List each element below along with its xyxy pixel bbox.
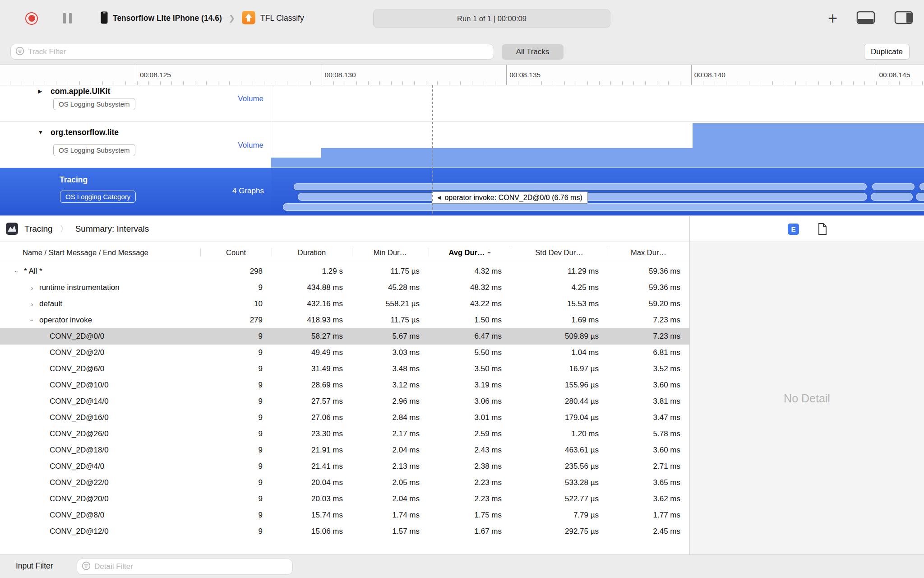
- disclosure-chevron[interactable]: ›: [28, 317, 36, 324]
- intervals-table-body: ›* All * 298 1.29 s 11.75 µs 4.32 ms 11.…: [0, 263, 689, 540]
- row-max-duration: 3.62 ms: [608, 494, 689, 503]
- row-duration: 23.30 ms: [272, 429, 352, 438]
- row-stddev-duration: 1.20 ms: [511, 429, 608, 438]
- column-header-stddev[interactable]: Std Dev Dur…: [511, 248, 608, 257]
- row-count: 9: [200, 462, 272, 471]
- disclosure-collapsed-icon[interactable]: ▶: [38, 88, 42, 94]
- panel-divider[interactable]: [689, 215, 690, 555]
- tooltip-text: operator invoke: CONV_2D@0/0 (6.76 ms): [444, 194, 582, 202]
- row-avg-duration: 3.19 ms: [429, 381, 511, 390]
- row-min-duration: 2.84 ms: [352, 413, 429, 422]
- row-avg-duration: 1.75 ms: [429, 511, 511, 520]
- disclosure-chevron[interactable]: ›: [28, 284, 36, 292]
- row-max-duration: 3.47 ms: [608, 413, 689, 422]
- breadcrumb-page[interactable]: Summary: Intervals: [75, 224, 149, 234]
- table-row[interactable]: ›CONV_2D@8/0 9 15.74 ms 1.74 ms 1.75 ms …: [0, 507, 689, 523]
- row-name: operator invoke: [39, 316, 92, 325]
- row-count: 9: [200, 494, 272, 503]
- table-row[interactable]: ›CONV_2D@14/0 9 27.57 ms 2.96 ms 3.06 ms…: [0, 393, 689, 410]
- table-row[interactable]: ›CONV_2D@20/0 9 20.03 ms 2.04 ms 2.23 ms…: [0, 491, 689, 507]
- track-filter-input[interactable]: [28, 47, 494, 56]
- add-instrument-button[interactable]: +: [828, 10, 837, 27]
- extended-detail-button[interactable]: E: [788, 224, 799, 235]
- row-max-duration: 3.60 ms: [608, 446, 689, 455]
- column-header-max[interactable]: Max Dur…: [608, 248, 689, 257]
- table-row[interactable]: ›CONV_2D@16/0 9 27.06 ms 2.84 ms 3.01 ms…: [0, 410, 689, 426]
- table-row[interactable]: ›CONV_2D@26/0 9 23.30 ms 2.17 ms 2.59 ms…: [0, 426, 689, 442]
- column-header-avg[interactable]: Avg Dur…›: [429, 248, 511, 257]
- interval-bar[interactable]: [916, 193, 924, 201]
- track-timeline-tracing[interactable]: ◀ operator invoke: CONV_2D@0/0 (6.76 ms): [271, 168, 924, 215]
- track-label-uikit[interactable]: ▶ com.apple.UIKit OS Logging Subsystem V…: [0, 85, 271, 121]
- table-row[interactable]: ›CONV_2D@4/0 9 21.41 ms 2.13 ms 2.38 ms …: [0, 458, 689, 475]
- row-duration: 58.27 ms: [272, 332, 352, 341]
- table-row[interactable]: ›runtime instrumentation 9 434.88 ms 45.…: [0, 280, 689, 296]
- table-row[interactable]: ›CONV_2D@2/0 9 49.49 ms 3.03 ms 5.50 ms …: [0, 345, 689, 361]
- interval-bar[interactable]: [871, 193, 913, 201]
- table-row[interactable]: ›CONV_2D@10/0 9 28.69 ms 3.12 ms 3.19 ms…: [0, 377, 689, 393]
- row-duration: 434.88 ms: [272, 283, 352, 292]
- disclosure-chevron[interactable]: ›: [28, 300, 36, 308]
- track-timeline-uikit[interactable]: [271, 85, 924, 121]
- detail-filter-field[interactable]: [77, 559, 293, 575]
- row-stddev-duration: 15.53 ms: [511, 299, 608, 308]
- table-row[interactable]: ›default 10 432.16 ms 558.21 µs 43.22 ms…: [0, 296, 689, 312]
- row-count: 298: [200, 267, 272, 276]
- record-button[interactable]: [25, 12, 38, 25]
- row-avg-duration: 3.01 ms: [429, 413, 511, 422]
- detail-filter-input[interactable]: [94, 562, 292, 571]
- table-row[interactable]: ›* All * 298 1.29 s 11.75 µs 4.32 ms 11.…: [0, 263, 689, 280]
- interval-bar[interactable]: [872, 183, 915, 190]
- row-stddev-duration: 7.79 µs: [511, 511, 608, 520]
- toggle-bottom-pane-button[interactable]: [856, 11, 875, 26]
- row-duration: 15.74 ms: [272, 511, 352, 520]
- table-row[interactable]: ›CONV_2D@18/0 9 21.91 ms 2.04 ms 2.43 ms…: [0, 442, 689, 458]
- column-header-duration[interactable]: Duration: [272, 248, 352, 257]
- sort-chevron-icon: ›: [486, 252, 494, 254]
- playhead[interactable]: [432, 85, 433, 215]
- interval-bar[interactable]: [919, 183, 924, 190]
- track-meta[interactable]: Volume: [238, 141, 263, 150]
- row-min-duration: 11.75 µs: [352, 316, 429, 325]
- table-row[interactable]: ›CONV_2D@0/0 9 58.27 ms 5.67 ms 6.47 ms …: [0, 328, 689, 345]
- all-tracks-button[interactable]: All Tracks: [502, 44, 564, 60]
- row-duration: 20.04 ms: [272, 478, 352, 487]
- row-min-duration: 558.21 µs: [352, 299, 429, 308]
- column-header-min[interactable]: Min Dur…: [352, 248, 429, 257]
- track-timeline-tensorflow[interactable]: [271, 122, 924, 168]
- row-count: 9: [200, 348, 272, 357]
- pause-button[interactable]: [63, 13, 72, 23]
- toggle-right-pane-button[interactable]: [894, 11, 913, 26]
- row-name: CONV_2D@6/0: [50, 364, 104, 373]
- track-label-tensorflow[interactable]: ▼ org.tensorflow.lite OS Logging Subsyst…: [0, 122, 271, 168]
- table-row[interactable]: ›operator invoke 279 418.93 ms 11.75 µs …: [0, 312, 689, 328]
- document-icon[interactable]: [818, 223, 827, 235]
- row-max-duration: 59.20 ms: [608, 299, 689, 308]
- disclosure-chevron[interactable]: ›: [13, 268, 21, 275]
- track-meta[interactable]: Volume: [238, 94, 263, 103]
- timeline-ruler[interactable]: 00:08.12500:08.13000:08.13500:08.14000:0…: [0, 65, 924, 85]
- disclosure-expanded-icon[interactable]: ▼: [38, 129, 43, 135]
- target-selector[interactable]: Tensorflow Lite iPhone (14.6) ❯ TFL Clas…: [101, 11, 304, 26]
- row-stddev-duration: 1.69 ms: [511, 316, 608, 325]
- row-min-duration: 3.03 ms: [352, 348, 429, 357]
- column-header-count[interactable]: Count: [200, 248, 272, 257]
- row-min-duration: 5.67 ms: [352, 332, 429, 341]
- table-row[interactable]: ›CONV_2D@12/0 9 15.06 ms 1.57 ms 1.67 ms…: [0, 523, 689, 540]
- interval-bar[interactable]: [294, 183, 867, 190]
- row-min-duration: 11.75 µs: [352, 267, 429, 276]
- breadcrumb-root[interactable]: Tracing: [24, 224, 53, 234]
- row-max-duration: 2.71 ms: [608, 462, 689, 471]
- track-filter-field[interactable]: [10, 44, 494, 60]
- row-name: CONV_2D@18/0: [50, 446, 109, 455]
- ruler-label: 00:08.130: [322, 65, 356, 85]
- track-meta[interactable]: 4 Graphs: [232, 186, 264, 196]
- table-row[interactable]: ›CONV_2D@6/0 9 31.49 ms 3.48 ms 3.50 ms …: [0, 361, 689, 377]
- row-duration: 31.49 ms: [272, 364, 352, 373]
- column-header-name[interactable]: Name / Start Message / End Message: [0, 248, 200, 257]
- interval-bar[interactable]: [283, 203, 924, 211]
- duplicate-button[interactable]: Duplicate: [864, 44, 910, 60]
- table-row[interactable]: ›CONV_2D@22/0 9 20.04 ms 2.05 ms 2.23 ms…: [0, 475, 689, 491]
- chevron-right-icon: ❯: [229, 14, 235, 23]
- track-label-tracing[interactable]: Tracing OS Logging Category 4 Graphs: [0, 168, 271, 215]
